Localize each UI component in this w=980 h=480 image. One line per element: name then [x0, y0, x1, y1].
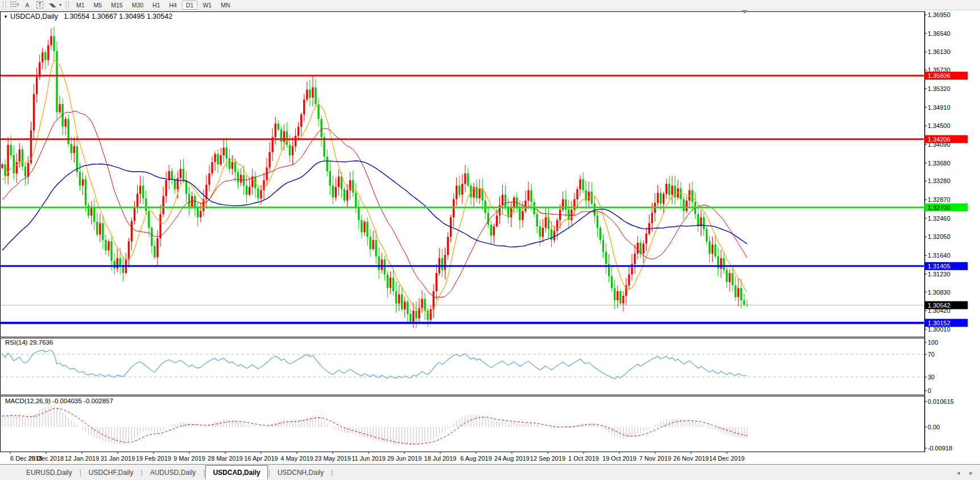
svg-text:1.30010: 1.30010 [928, 326, 950, 333]
svg-text:70: 70 [928, 351, 934, 358]
tab-separator: | [268, 469, 270, 477]
date-axis[interactable]: 6 Dec 201825 Dec 201812 Jan 201931 Jan 2… [10, 452, 745, 462]
svg-text:25 Dec 2018: 25 Dec 2018 [28, 455, 64, 462]
tab-separator: | [203, 469, 205, 477]
text-tool-icon[interactable]: A [22, 1, 32, 9]
fibonacci-tool-icon[interactable]: F [10, 1, 20, 9]
svg-text:1.32700: 1.32700 [928, 204, 950, 211]
svg-text:18 Jul 2019: 18 Jul 2019 [424, 455, 457, 462]
svg-text:26 Nov 2019: 26 Nov 2019 [673, 455, 709, 462]
svg-text:30: 30 [928, 374, 934, 380]
svg-text:1.30830: 1.30830 [928, 289, 950, 296]
svg-text:29 Jun 2019: 29 Jun 2019 [387, 455, 422, 462]
timeframe-button-W1[interactable]: W1 [199, 1, 216, 10]
timeframe-button-MN[interactable]: MN [217, 1, 234, 10]
svg-text:1.34500: 1.34500 [928, 122, 950, 129]
svg-text:12 Jan 2019: 12 Jan 2019 [65, 455, 100, 462]
svg-text:1.32050: 1.32050 [928, 233, 950, 240]
chart-symbol-label: USDCAD,Daily [10, 13, 58, 20]
timeframe-button-M15[interactable]: M15 [107, 1, 126, 10]
tab-separator: | [141, 469, 143, 477]
svg-text:100: 100 [928, 339, 938, 346]
timeframe-button-M1[interactable]: M1 [72, 1, 89, 10]
text-label-tool-icon[interactable]: T [35, 1, 45, 9]
svg-text:1.32870: 1.32870 [928, 196, 950, 203]
chart-ohlc-values: 1.30554 1.30667 1.30495 1.30542 [64, 13, 172, 20]
tab-usdchf-daily[interactable]: USDCHF,Daily [82, 466, 140, 479]
svg-text:-0.00918: -0.00918 [928, 445, 952, 452]
tab-separator: | [80, 469, 81, 477]
svg-text:14 Dec 2019: 14 Dec 2019 [709, 455, 745, 462]
svg-text:1 Oct 2019: 1 Oct 2019 [568, 455, 599, 462]
mt4-window: { "toolbar": { "tools": [ {"name": "fibo… [0, 0, 980, 480]
svg-text:0: 0 [928, 387, 931, 394]
drawing-tools-group: FAT◥◣ [9, 1, 59, 9]
tab-scroll-right-icon[interactable]: ▸ [969, 469, 973, 476]
svg-text:7 Nov 2019: 7 Nov 2019 [639, 455, 671, 462]
svg-text:4 May 2019: 4 May 2019 [280, 455, 313, 462]
svg-text:19 Oct 2019: 19 Oct 2019 [602, 455, 636, 462]
svg-text:1.35606: 1.35606 [928, 72, 950, 79]
chart-canvas[interactable]: 1.369501.365401.361301.357301.353201.349… [0, 10, 980, 464]
svg-text:1.33280: 1.33280 [928, 177, 950, 184]
svg-text:1.34910: 1.34910 [928, 104, 950, 111]
rsi-axis[interactable]: 10070300 [925, 339, 938, 394]
svg-text:31 Jan 2019: 31 Jan 2019 [101, 455, 135, 462]
svg-text:1.30542: 1.30542 [928, 302, 950, 309]
rsi-indicator-label: RSI(14) 29.7636 [5, 339, 53, 346]
tab-scroll-left-icon[interactable]: ◂ [957, 469, 960, 476]
svg-text:0.010615: 0.010615 [928, 398, 954, 405]
svg-text:16 Apr 2019: 16 Apr 2019 [244, 455, 278, 462]
tab-audusd-daily[interactable]: AUDUSD,Daily [143, 466, 203, 479]
macd-indicator-label: MACD(12,26,9) -0.004035 -0.002857 [5, 398, 113, 404]
svg-text:19 Feb 2019: 19 Feb 2019 [136, 455, 171, 462]
svg-text:1.36130: 1.36130 [928, 48, 950, 55]
svg-text:1.36540: 1.36540 [928, 30, 950, 37]
svg-text:24 Aug 2019: 24 Aug 2019 [494, 455, 530, 462]
svg-text:1.31230: 1.31230 [928, 271, 950, 278]
timeframe-buttons: M1M5M15M30H1H4D1W1MN [72, 1, 234, 10]
svg-text:1.31640: 1.31640 [928, 252, 950, 259]
arrows-tool-icon[interactable]: ◥◣ [47, 1, 57, 9]
svg-text:1.36950: 1.36950 [928, 11, 950, 18]
tab-separator: | [331, 469, 333, 477]
chart-tab-bar: EURUSD,Daily|USDCHF,Daily|AUDUSD,Daily|U… [0, 464, 980, 480]
chart-title: ▼USDCAD,Daily1.30554 1.30667 1.30495 1.3… [3, 13, 172, 20]
arrows-dropdown-icon[interactable]: ▾ [59, 2, 61, 7]
collapse-triangle-icon[interactable]: ▼ [3, 14, 8, 19]
svg-text:6 Aug 2019: 6 Aug 2019 [460, 455, 492, 462]
svg-text:0.00: 0.00 [928, 424, 940, 431]
timeframe-button-M30[interactable]: M30 [128, 1, 147, 10]
svg-text:1.33680: 1.33680 [928, 160, 950, 167]
svg-text:1.32460: 1.32460 [928, 215, 950, 222]
tabs-group: EURUSD,Daily|USDCHF,Daily|AUDUSD,Daily|U… [19, 466, 333, 479]
svg-text:1.31405: 1.31405 [928, 263, 950, 270]
tab-usdcnh-daily[interactable]: USDCNH,Daily [271, 466, 330, 479]
toolbar-grip[interactable] [3, 2, 6, 9]
svg-text:11 Jun 2019: 11 Jun 2019 [352, 455, 386, 462]
timeframe-button-H1[interactable]: H1 [148, 1, 164, 10]
timeframe-toolbar-grip[interactable] [66, 2, 69, 9]
tab-eurusd-daily[interactable]: EURUSD,Daily [19, 466, 79, 479]
svg-text:23 May 2019: 23 May 2019 [315, 455, 351, 462]
tab-usdcad-daily[interactable]: USDCAD,Daily [205, 465, 267, 479]
timeframe-button-D1[interactable]: D1 [182, 1, 197, 10]
svg-text:12 Sep 2019: 12 Sep 2019 [530, 455, 565, 462]
svg-text:1.35320: 1.35320 [928, 85, 950, 92]
svg-text:28 Mar 2019: 28 Mar 2019 [208, 455, 243, 462]
tab-scroll-arrows: ◂ ▸ [953, 469, 977, 477]
price-axis[interactable]: 1.369501.365401.361301.357301.353201.349… [925, 11, 968, 333]
svg-text:9 Mar 2019: 9 Mar 2019 [173, 455, 205, 462]
timeframe-button-M5[interactable]: M5 [90, 1, 106, 10]
svg-text:1.30152: 1.30152 [928, 320, 950, 326]
timeframe-button-H4[interactable]: H4 [166, 1, 181, 10]
svg-text:1.34206: 1.34206 [928, 136, 950, 143]
top-toolbar: FAT◥◣ ▾ M1M5M15M30H1H4D1W1MN [0, 0, 980, 10]
macd-axis[interactable]: 0.0106150.00-0.00918 [925, 398, 954, 452]
